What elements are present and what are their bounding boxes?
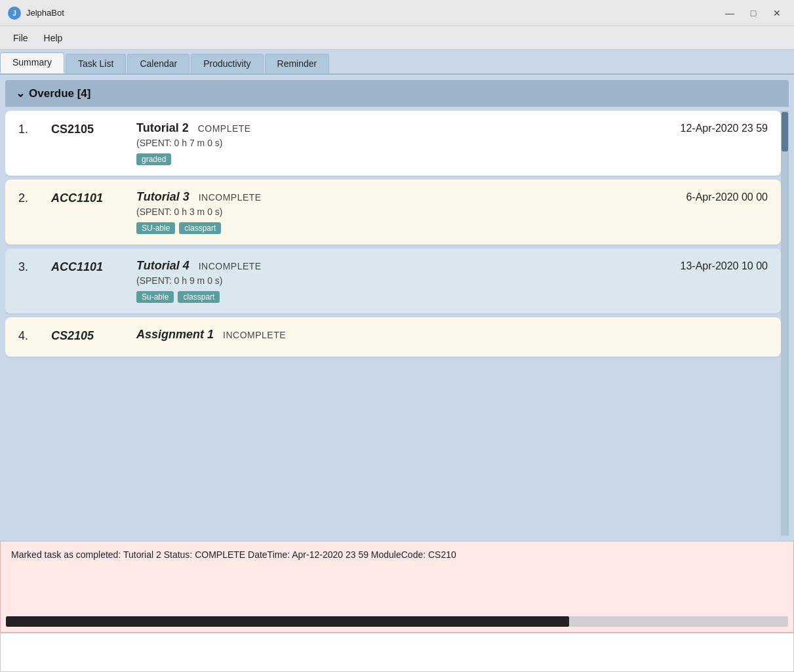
title-bar: J JelphaBot — □ ✕ [0, 0, 794, 26]
overdue-collapse-icon[interactable]: ⌄ [16, 87, 25, 100]
task-details: Assignment 1 INCOMPLETE [136, 328, 768, 342]
tab-reminder[interactable]: Reminder [265, 54, 330, 73]
tab-calendar[interactable]: Calendar [127, 54, 189, 73]
task-row[interactable]: 2. ACC1101 Tutorial 3 INCOMPLETE (SPENT:… [5, 180, 781, 245]
command-input[interactable] [6, 639, 788, 666]
minimize-button[interactable]: — [721, 5, 739, 21]
task-module: ACC1101 [51, 259, 136, 274]
task-number: 3. [18, 259, 51, 274]
task-title: Tutorial 4 [136, 259, 189, 273]
task-status: INCOMPLETE [199, 192, 262, 203]
svg-text:J: J [12, 10, 16, 17]
task-tag: Su-able [136, 291, 174, 303]
task-module: ACC1101 [51, 190, 136, 205]
maximize-button[interactable]: □ [744, 5, 763, 21]
progress-bar-container [6, 616, 788, 627]
task-tag: classpart [179, 222, 221, 234]
task-tags: graded [136, 153, 650, 165]
input-area [0, 633, 794, 672]
task-status: COMPLETE [198, 123, 251, 134]
menu-bar: File Help [0, 26, 794, 50]
close-button[interactable]: ✕ [768, 5, 786, 21]
tab-productivity[interactable]: Productivity [191, 54, 263, 73]
task-spent: (SPENT: 0 h 7 m 0 s) [136, 138, 650, 148]
task-spent: (SPENT: 0 h 9 m 0 s) [136, 275, 650, 286]
task-row[interactable]: 3. ACC1101 Tutorial 4 INCOMPLETE (SPENT:… [5, 248, 781, 313]
task-date: 6-Apr-2020 00 00 [650, 190, 768, 203]
task-tags: Su-able classpart [136, 291, 650, 303]
menu-help[interactable]: Help [36, 30, 71, 46]
task-date: 12-Apr-2020 23 59 [650, 121, 768, 134]
scrollbar-track[interactable] [781, 111, 789, 536]
task-title: Assignment 1 [136, 328, 214, 342]
main-content: ⌄ Overdue [4] 1. CS2105 Tutorial 2 COMPL… [0, 75, 794, 541]
task-row[interactable]: 1. CS2105 Tutorial 2 COMPLETE (SPENT: 0 … [5, 111, 781, 176]
task-number: 2. [18, 190, 51, 205]
task-module: CS2105 [51, 121, 136, 136]
task-date: 13-Apr-2020 10 00 [650, 259, 768, 272]
tab-tasklist[interactable]: Task List [66, 54, 126, 73]
tab-summary[interactable]: Summary [0, 52, 64, 73]
task-tag: classpart [178, 291, 220, 303]
task-tag: SU-able [136, 222, 175, 234]
task-row[interactable]: 4. CS2105 Assignment 1 INCOMPLETE [5, 317, 781, 357]
task-list: 1. CS2105 Tutorial 2 COMPLETE (SPENT: 0 … [5, 111, 781, 536]
app-title: JelphaBot [26, 8, 721, 18]
status-text: Marked task as completed: Tutorial 2 Sta… [11, 549, 456, 560]
task-tag: graded [136, 153, 171, 165]
task-details: Tutorial 4 INCOMPLETE (SPENT: 0 h 9 m 0 … [136, 259, 650, 303]
task-spent: (SPENT: 0 h 3 m 0 s) [136, 207, 650, 217]
overdue-header[interactable]: ⌄ Overdue [4] [5, 80, 789, 107]
window-controls: — □ ✕ [721, 5, 786, 21]
menu-file[interactable]: File [5, 30, 36, 46]
task-number: 4. [18, 328, 51, 343]
task-tags: SU-able classpart [136, 222, 650, 234]
app-logo: J [8, 7, 21, 20]
task-details: Tutorial 2 COMPLETE (SPENT: 0 h 7 m 0 s)… [136, 121, 650, 165]
status-area: Marked task as completed: Tutorial 2 Sta… [0, 541, 794, 633]
overdue-title: Overdue [4] [29, 87, 90, 100]
task-status: INCOMPLETE [199, 261, 262, 271]
task-details: Tutorial 3 INCOMPLETE (SPENT: 0 h 3 m 0 … [136, 190, 650, 234]
task-number: 1. [18, 121, 51, 136]
task-module: CS2105 [51, 328, 136, 343]
task-title: Tutorial 3 [136, 190, 189, 204]
progress-bar-fill [6, 616, 569, 627]
task-status: INCOMPLETE [223, 330, 286, 340]
scrollbar-thumb[interactable] [782, 112, 788, 151]
tab-bar: Summary Task List Calendar Productivity … [0, 50, 794, 75]
task-title: Tutorial 2 [136, 121, 189, 135]
